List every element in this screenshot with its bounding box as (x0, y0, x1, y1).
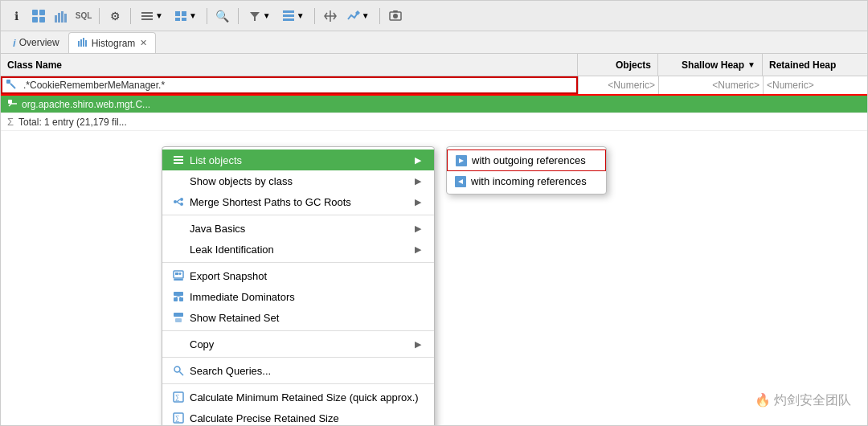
view-dropdown[interactable]: ▼ (171, 8, 200, 24)
overview-icon[interactable] (30, 7, 47, 25)
row-classname: org.apache.shiro.web.mgt.C... (1, 98, 578, 111)
menu-item-calc-precise[interactable]: ∑ Calculate Precise Retained Size (162, 408, 434, 425)
tab-bar: i Overview Histogram ✕ (1, 31, 867, 54)
menu-item-leak-id-label: Leak Identification (190, 244, 274, 256)
svg-point-37 (180, 203, 183, 206)
list-dropdown[interactable]: ▼ (137, 8, 166, 24)
search-queries-icon (172, 364, 185, 377)
export-snapshot-icon (172, 269, 185, 282)
menu-item-show-objects-label: Show objects by class (190, 175, 293, 187)
tab-close-icon[interactable]: ✕ (140, 38, 147, 48)
copy-arrow-icon: ▶ (415, 339, 421, 350)
table-row[interactable]: org.apache.shiro.web.mgt.C... (1, 96, 867, 113)
search-icon[interactable]: 🔍 (214, 7, 231, 25)
separator4 (238, 8, 239, 24)
objects-filter[interactable]: <Numeric> (578, 76, 658, 94)
table-row-total: Σ Total: 1 entry (21,179 fil... (1, 113, 867, 131)
svg-rect-4 (55, 15, 57, 23)
menu-item-leak-id[interactable]: Leak Identification ▶ (162, 239, 434, 260)
tab-overview[interactable]: i Overview (4, 32, 68, 53)
total-classname-text: Total: 1 entry (21,179 fil... (18, 117, 127, 128)
menu-item-list-objects[interactable]: List objects ▶ (162, 150, 434, 170)
col-header-classname: Class Name (1, 54, 578, 76)
retained-heap-filter[interactable]: <Numeric> (763, 76, 867, 94)
menu-item-merge-paths[interactable]: Merge Shortest Paths to GC Roots ▶ (162, 191, 434, 212)
outgoing-ref-icon (456, 155, 467, 166)
menu-item-search-queries[interactable]: Search Queries... (162, 360, 434, 381)
separator1 (99, 8, 100, 24)
sigma-icon: Σ (7, 116, 14, 128)
merge-paths-arrow-icon: ▶ (415, 197, 421, 207)
svg-rect-8 (141, 12, 153, 14)
menu-item-java-basics[interactable]: Java Basics ▶ (162, 218, 434, 239)
svg-rect-18 (283, 18, 294, 21)
info-icon[interactable]: ℹ (7, 7, 25, 25)
separator5 (314, 8, 315, 24)
snapshot-icon[interactable] (387, 7, 404, 25)
show-retained-icon (172, 311, 185, 324)
menu-item-export-snapshot[interactable]: Export Snapshot (162, 265, 434, 286)
svg-rect-13 (175, 18, 180, 21)
svg-point-51 (174, 367, 180, 372)
svg-line-28 (10, 84, 15, 88)
svg-rect-46 (179, 297, 183, 301)
list-objects-icon (172, 154, 185, 166)
main-toolbar: ℹ SQL ⚙ ▼ (1, 1, 867, 31)
show-objects-arrow-icon: ▶ (415, 176, 421, 186)
menu-item-java-basics-label: Java Basics (190, 223, 245, 235)
filter-dropdown[interactable]: ▼ (245, 8, 274, 24)
context-menu: List objects ▶ Show objects by class ▶ (162, 146, 435, 425)
tab-histogram-icon (77, 36, 88, 50)
menu-item-show-retained[interactable]: Show Retained Set (162, 307, 434, 328)
leak-id-arrow-icon: ▶ (415, 244, 421, 255)
svg-point-42 (179, 272, 182, 275)
histogram-icon[interactable] (52, 7, 70, 25)
svg-rect-22 (393, 10, 398, 12)
sort-arrow-icon: ▼ (747, 60, 755, 69)
move-icon[interactable] (321, 7, 339, 25)
svg-point-21 (393, 14, 398, 18)
calc-min-icon: ∑ (172, 391, 185, 403)
col-header-shallowheap: Shallow Heap ▼ (658, 54, 763, 76)
svg-text:∑: ∑ (175, 394, 180, 401)
separator-5 (162, 383, 434, 384)
svg-rect-49 (174, 313, 183, 317)
shallow-heap-filter[interactable]: <Numeric> (658, 76, 763, 94)
svg-rect-11 (175, 11, 180, 16)
class-icon (7, 98, 18, 111)
menu-item-copy[interactable]: Copy ▶ (162, 334, 434, 354)
svg-rect-7 (64, 14, 67, 23)
sql-icon[interactable]: SQL (75, 7, 92, 25)
merge-paths-icon (172, 195, 185, 208)
svg-rect-23 (78, 41, 80, 47)
menu-item-calc-min[interactable]: ∑ Calculate Minimum Retained Size (quick… (162, 387, 434, 408)
svg-rect-44 (174, 292, 183, 296)
svg-rect-3 (39, 17, 45, 23)
menu-item-show-objects[interactable]: Show objects by class ▶ (162, 170, 434, 191)
class-name-filter-input[interactable] (20, 80, 573, 91)
svg-point-35 (174, 200, 177, 203)
svg-rect-32 (174, 156, 183, 158)
settings-icon[interactable]: ⚙ (106, 7, 124, 25)
menu-item-immediate-dom[interactable]: Immediate Dominators (162, 286, 434, 307)
svg-line-30 (9, 104, 11, 106)
separator-2 (162, 262, 434, 263)
chart-dropdown[interactable]: ▼ (344, 8, 373, 24)
menu-item-list-objects-label: List objects (190, 154, 242, 166)
tab-histogram[interactable]: Histogram ✕ (68, 32, 157, 53)
separator-4 (162, 357, 434, 358)
submenu-item-incoming[interactable]: with incoming references (447, 171, 606, 191)
col-header-objects: Objects (578, 54, 658, 76)
tab-overview-label: Overview (19, 37, 59, 48)
row-classname-text: org.apache.shiro.web.mgt.C... (22, 99, 150, 110)
svg-rect-50 (175, 318, 182, 322)
menu-item-copy-label: Copy (190, 338, 214, 350)
svg-rect-34 (174, 162, 183, 164)
grid-dropdown[interactable]: ▼ (279, 8, 308, 24)
tab-overview-icon: i (13, 37, 16, 49)
svg-marker-57 (459, 158, 464, 163)
menu-item-search-queries-label: Search Queries... (190, 365, 271, 377)
copy-icon (172, 338, 185, 350)
submenu-item-outgoing[interactable]: with outgoing references (447, 150, 606, 171)
svg-rect-2 (32, 17, 38, 23)
